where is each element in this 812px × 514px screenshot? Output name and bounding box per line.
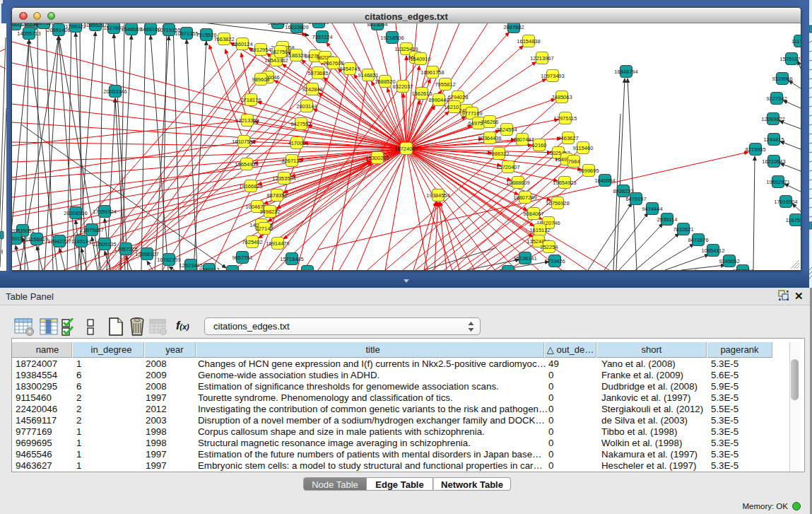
svg-text:7357224: 7357224 [312, 34, 332, 40]
svg-text:6794028: 6794028 [447, 94, 468, 100]
svg-text:6479197: 6479197 [625, 196, 646, 202]
svg-text:9474444: 9474444 [642, 206, 662, 212]
svg-text:9227342: 9227342 [766, 95, 787, 102]
svg-text:10807487: 10807487 [510, 136, 534, 143]
svg-text:9657791: 9657791 [232, 255, 252, 261]
svg-text:8471676: 8471676 [688, 237, 708, 243]
svg-text:11156819: 11156819 [25, 236, 48, 243]
svg-text:1546689: 1546689 [121, 26, 141, 33]
svg-text:2887301: 2887301 [33, 23, 54, 26]
svg-text:2935114: 2935114 [657, 216, 678, 223]
svg-text:15751074: 15751074 [779, 56, 801, 62]
svg-text:17359924: 17359924 [93, 209, 116, 215]
svg-text:9699695: 9699695 [578, 168, 599, 174]
svg-text:18300295: 18300295 [365, 155, 389, 161]
svg-text:13958107: 13958107 [135, 251, 158, 257]
svg-text:20053346: 20053346 [103, 88, 126, 95]
svg-text:989608: 989608 [252, 76, 269, 83]
svg-text:127142: 127142 [255, 226, 273, 232]
svg-text:16782759: 16782759 [157, 257, 180, 263]
svg-text:19692971: 19692971 [766, 179, 789, 185]
svg-text:8660124: 8660124 [232, 41, 252, 47]
svg-text:10671355: 10671355 [175, 30, 198, 37]
svg-text:8813054: 8813054 [367, 23, 387, 28]
svg-text:12505135: 12505135 [93, 241, 116, 247]
svg-text:16107553: 16107553 [232, 139, 255, 145]
svg-text:23975887: 23975887 [80, 227, 103, 233]
svg-text:1640954: 1640954 [594, 177, 615, 184]
svg-text:7625402: 7625402 [242, 239, 262, 245]
svg-text:15720407: 15720407 [496, 164, 519, 170]
svg-text:9063404: 9063404 [267, 23, 288, 26]
svg-text:7632621: 7632621 [673, 226, 693, 233]
svg-text:10654112: 10654112 [702, 247, 725, 254]
svg-text:15716485: 15716485 [280, 256, 303, 262]
svg-text:16033809: 16033809 [285, 24, 308, 30]
svg-text:1167533: 1167533 [786, 217, 801, 223]
svg-text:417006: 417006 [288, 140, 305, 146]
svg-text:12093822: 12093822 [761, 116, 784, 122]
svg-text:8427552: 8427552 [290, 121, 311, 127]
svg-text:2087682: 2087682 [503, 24, 524, 30]
svg-text:16914479: 16914479 [266, 240, 289, 247]
svg-text:7984: 7984 [568, 158, 580, 165]
svg-text:10756928: 10756928 [546, 200, 569, 206]
svg-text:1615132: 1615132 [529, 227, 550, 233]
svg-text:2803144: 2803144 [296, 103, 317, 110]
svg-text:19384554: 19384554 [426, 192, 449, 199]
svg-text:8878352: 8878352 [266, 192, 287, 199]
svg-text:17957225: 17957225 [114, 246, 137, 252]
svg-text:20364436: 20364436 [478, 135, 501, 141]
svg-text:18724007: 18724007 [394, 146, 418, 152]
svg-text:8322037: 8322037 [392, 83, 413, 90]
svg-text:12942737: 12942737 [47, 238, 71, 245]
svg-text:111724: 111724 [792, 38, 801, 45]
svg-text:1733426: 1733426 [544, 258, 565, 264]
svg-text:7663822: 7663822 [213, 36, 234, 42]
svg-text:9115460: 9115460 [573, 145, 594, 151]
svg-text:7955812: 7955812 [435, 81, 455, 88]
svg-text:12975115: 12975115 [554, 115, 577, 122]
svg-text:3624554: 3624554 [496, 127, 517, 133]
svg-text:19654923: 19654923 [553, 180, 576, 186]
svg-text:8454749: 8454749 [339, 66, 360, 72]
svg-text:19166825: 19166825 [239, 183, 262, 189]
svg-text:8938233: 8938233 [613, 188, 633, 194]
svg-text:3498222: 3498222 [259, 209, 280, 215]
svg-text:8267130: 8267130 [281, 158, 302, 164]
svg-text:14055713: 14055713 [17, 30, 40, 37]
svg-text:62160: 62160 [532, 142, 547, 148]
svg-text:9146821: 9146821 [358, 72, 378, 78]
svg-text:9242848: 9242848 [302, 86, 322, 93]
svg-text:9657791: 9657791 [222, 269, 242, 271]
svg-text:18807249: 18807249 [513, 194, 536, 201]
svg-text:9750034: 9750034 [732, 268, 753, 271]
svg-text:8653289: 8653289 [308, 23, 329, 25]
svg-text:19654935: 19654935 [235, 161, 258, 168]
svg-text:9245111: 9245111 [498, 269, 518, 271]
svg-text:7986322: 7986322 [488, 151, 509, 157]
svg-text:8990448: 8990448 [428, 97, 449, 103]
svg-text:8912954: 8912954 [250, 47, 271, 53]
svg-text:1145194: 1145194 [71, 238, 92, 245]
svg-text:16154838: 16154838 [517, 38, 540, 45]
svg-text:1244415: 1244415 [763, 136, 784, 143]
svg-text:20206516: 20206516 [64, 210, 87, 216]
svg-text:16648794: 16648794 [614, 69, 637, 75]
svg-text:5873685: 5873685 [307, 70, 328, 76]
svg-text:19218506: 19218506 [380, 35, 404, 41]
svg-text:7485063: 7485063 [551, 94, 572, 100]
svg-text:10688609: 10688609 [506, 180, 529, 186]
svg-text:9329966: 9329966 [772, 76, 792, 82]
svg-text:9463627: 9463627 [558, 135, 578, 141]
svg-text:9084067: 9084067 [523, 211, 543, 217]
svg-text:1362615: 1362615 [411, 90, 432, 97]
svg-text:12353594: 12353594 [272, 175, 295, 182]
svg-text:9245652: 9245652 [719, 258, 739, 264]
svg-text:16961758: 16961758 [420, 69, 444, 76]
svg-text:9827503: 9827503 [270, 49, 290, 55]
svg-text:746266: 746266 [481, 119, 498, 125]
svg-text:9380112: 9380112 [199, 267, 220, 271]
svg-text:8215955: 8215955 [745, 146, 765, 153]
svg-text:252254: 252254 [540, 244, 558, 250]
